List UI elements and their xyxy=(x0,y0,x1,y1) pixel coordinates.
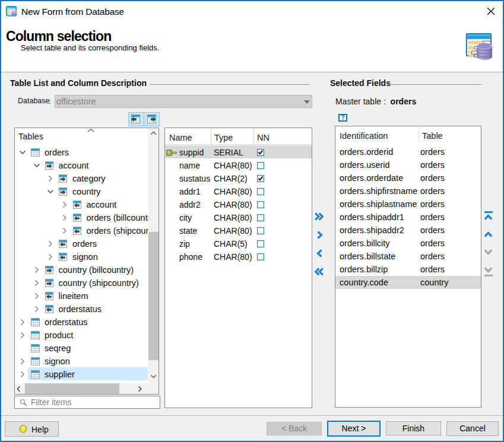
svg-text:?: ? xyxy=(21,426,25,433)
